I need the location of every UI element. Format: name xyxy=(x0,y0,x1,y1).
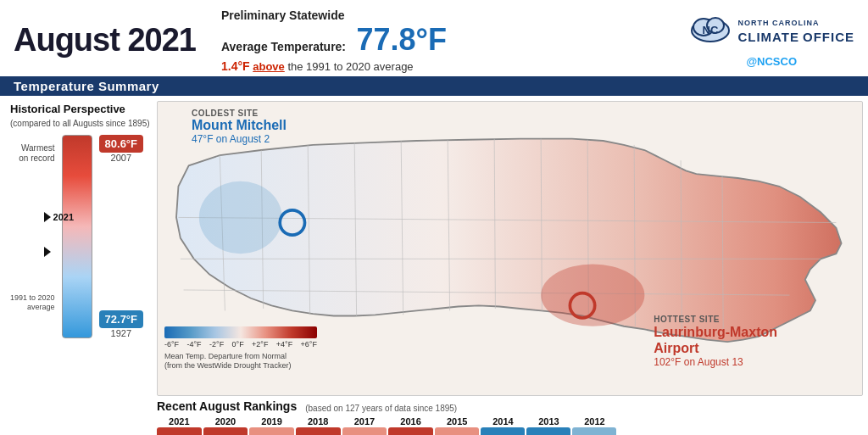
rank-year-col: 201764thwarmest xyxy=(342,416,387,435)
coolest-badge: 72.7°F xyxy=(99,310,143,328)
subtitle-bar: Temperature Summary xyxy=(0,76,868,96)
twitter-handle[interactable]: @NCSCO xyxy=(746,55,797,68)
thermo-bar: 2021 xyxy=(62,135,92,338)
rank-year-col: 201424thcoolest xyxy=(481,416,525,435)
rankings-table: 202112thwarmest202017thwarmest201932ndwa… xyxy=(157,416,863,435)
rank-badge: 27thcoolest xyxy=(526,427,570,435)
main-body: Historical Perspective (compared to all … xyxy=(0,96,868,435)
main-container: August 2021 Preliminary Statewide Averag… xyxy=(0,0,868,435)
rank-year-col: 20163rdwarmest xyxy=(388,416,433,435)
rankings-title-row: Recent August Rankings (based on 127 yea… xyxy=(157,399,863,413)
rank-badge: 12thwarmest xyxy=(157,427,202,435)
marker-avg xyxy=(44,247,51,257)
legend-caption: Mean Temp. Departure from Normal (from t… xyxy=(164,352,317,371)
above-word: above xyxy=(253,60,285,73)
rank-year-label: 2020 xyxy=(215,416,236,427)
rank-badge: 17thwarmest xyxy=(203,427,248,435)
thermo-labels: Warmest on record 1991 to 2020 average C… xyxy=(10,135,55,435)
rank-year-col: 201555thwarmest xyxy=(435,416,480,435)
rank-badge: 55thwarmest xyxy=(435,427,480,435)
rank-badge: 3rdwarmest xyxy=(388,427,433,435)
nc-logo-text: NORTH CAROLINA CLIMATE OFFICE xyxy=(737,19,854,45)
rankings-section: Recent August Rankings (based on 127 yea… xyxy=(157,396,863,435)
right-panel: COLDEST SITE Mount Mitchell 47°F on Augu… xyxy=(157,96,868,435)
rank-badge: 22ndwarmest xyxy=(296,427,341,435)
rank-year-col: 201327thcoolest xyxy=(526,416,570,435)
coldest-site-temp: 47°F on August 2 xyxy=(192,133,287,145)
thermo-container: 2021 xyxy=(62,135,92,435)
avg-label: 1991 to 2020 average xyxy=(10,293,55,312)
header: August 2021 Preliminary Statewide Averag… xyxy=(0,0,868,76)
thermometer-section: Warmest on record 1991 to 2020 average C… xyxy=(10,135,150,435)
rank-badge: 59thcoolest xyxy=(572,427,616,435)
hottest-site: HOTTEST SITE Laurinburg-MaxtonAirport 10… xyxy=(654,315,777,368)
rank-year-col: 201932ndwarmest xyxy=(249,416,294,435)
prelim-label: Preliminary Statewide Average Temperatur… xyxy=(221,8,346,53)
header-right: NC NORTH CAROLINA CLIMATE OFFICE @NCSCO xyxy=(688,12,854,68)
rank-badge: 64thwarmest xyxy=(342,427,387,435)
hottest-site-temp: 102°F on August 13 xyxy=(654,356,777,368)
svg-point-4 xyxy=(541,264,644,326)
rank-year-label: 2016 xyxy=(400,416,420,427)
header-center: Preliminary Statewide Average Temperatur… xyxy=(196,7,688,73)
rank-year-label: 2015 xyxy=(447,416,467,427)
rank-badge: 32ndwarmest xyxy=(249,427,294,435)
svg-text:NC: NC xyxy=(703,24,719,36)
legend-gradient xyxy=(164,326,317,338)
cool-badge-group: 72.7°F 1927 xyxy=(99,310,143,338)
svg-point-5 xyxy=(199,181,282,254)
hottest-site-name: Laurinburg-MaxtonAirport xyxy=(654,324,777,356)
thermo-badges: 80.6°F 2007 72.7°F 1927 xyxy=(99,135,143,338)
historical-title: Historical Perspective xyxy=(10,103,150,115)
nc-logo: NC NORTH CAROLINA CLIMATE OFFICE xyxy=(688,12,854,52)
warmest-badge: 80.6°F xyxy=(99,135,143,153)
avg-temp: 77.8°F xyxy=(356,22,446,57)
rankings-sub: (based on 127 years of data since 1895) xyxy=(305,404,457,413)
rank-year-col: 201822ndwarmest xyxy=(296,416,341,435)
warm-badge-group: 80.6°F 2007 xyxy=(99,135,143,163)
coldest-site-name: Mount Mitchell xyxy=(192,118,287,133)
arrow-avg xyxy=(44,247,51,257)
temp-above-value: 1.4°F xyxy=(221,59,250,73)
rank-year-label: 2017 xyxy=(354,416,375,427)
rank-year-label: 2018 xyxy=(308,416,328,427)
cloud-icon: NC xyxy=(688,12,732,52)
above-suffix: the 1991 to 2020 average xyxy=(287,60,413,73)
rank-year-label: 2021 xyxy=(169,416,189,427)
warmest-label: Warmest on record xyxy=(10,143,55,164)
rankings-title: Recent August Rankings xyxy=(157,399,297,413)
marker-2021: 2021 xyxy=(44,212,74,222)
coldest-label: COLDEST SITE xyxy=(192,109,287,118)
rank-year-col: 201259thcoolest xyxy=(572,416,616,435)
legend-bar: -6°F -4°F -2°F 0°F +2°F +4°F +6°F Mean T… xyxy=(164,326,317,371)
rank-year-label: 2013 xyxy=(538,416,559,427)
legend-labels: -6°F -4°F -2°F 0°F +2°F +4°F +6°F xyxy=(164,340,317,349)
rank-year-label: 2012 xyxy=(584,416,604,427)
rank-badge: 24thcoolest xyxy=(481,427,525,435)
rank-year-col: 202112thwarmest xyxy=(157,416,202,435)
arrow-2021 xyxy=(44,212,51,222)
coldest-site: COLDEST SITE Mount Mitchell 47°F on Augu… xyxy=(192,109,287,145)
rank-year-label: 2019 xyxy=(261,416,281,427)
map-area: COLDEST SITE Mount Mitchell 47°F on Augu… xyxy=(157,101,863,396)
rank-year-label: 2014 xyxy=(492,416,513,427)
hottest-label: HOTTEST SITE xyxy=(654,315,777,324)
above-line: 1.4°F above the 1991 to 2020 average xyxy=(221,59,688,73)
left-panel: Historical Perspective (compared to all … xyxy=(0,96,157,435)
rank-year-col: 202017thwarmest xyxy=(203,416,248,435)
historical-sub: (compared to all Augusts since 1895) xyxy=(10,119,150,128)
page-title: August 2021 xyxy=(14,22,196,59)
